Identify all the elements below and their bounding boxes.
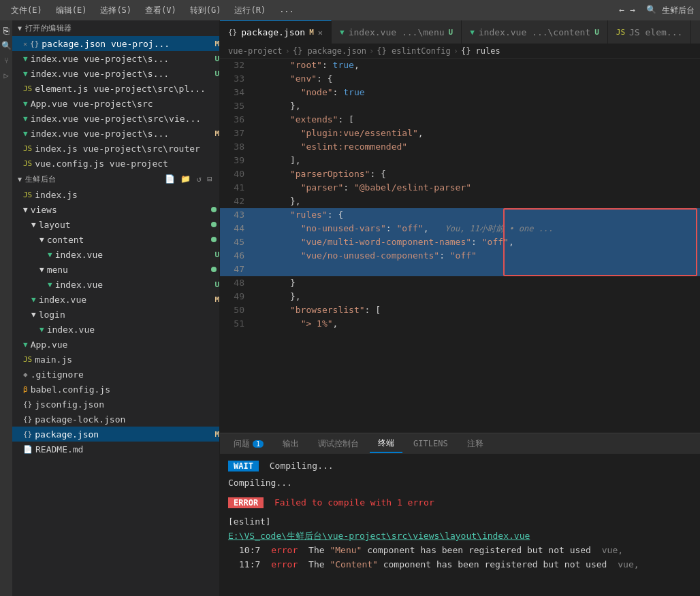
line-content: "root": true, xyxy=(253,59,700,72)
nav-arrows[interactable]: ← → 🔍 生鲜后台 xyxy=(619,5,695,16)
tree-item-menu[interactable]: ▼ menu xyxy=(12,262,219,277)
folder-name: login xyxy=(39,310,219,320)
panel-tab-debug-console[interactable]: 调试控制台 xyxy=(310,435,367,452)
file-name: package-lock.json xyxy=(35,414,219,425)
open-editor-index-vue-m[interactable]: ▼ index.vue vue-project\s... M xyxy=(12,126,219,141)
file-name: README.md xyxy=(35,444,219,454)
code-line-49: 49 }, xyxy=(220,290,700,303)
breadcrumb-current[interactable]: {} rules xyxy=(461,46,500,56)
vue-icon: ▼ xyxy=(39,325,44,334)
activity-explorer-icon[interactable]: ⎘ xyxy=(0,24,12,37)
open-editor-index-vue-2[interactable]: ▼ index.vue vue-project\s... U xyxy=(12,66,219,81)
error-detail-1: 10:7 error The "Menu" component has been… xyxy=(228,544,692,558)
tree-item-main-js[interactable]: JS main.js xyxy=(12,352,219,367)
tree-item-layout[interactable]: ▼ layout xyxy=(12,217,219,232)
open-editor-index-js[interactable]: JS index.js vue-project\src\router xyxy=(12,141,219,156)
open-editor-vue-config[interactable]: JS vue.config.js vue-project xyxy=(12,156,219,171)
error-msg-2: The "Content" component has been registe… xyxy=(308,559,607,569)
tab-index-vue-content[interactable]: ▼ index.vue ...\content U xyxy=(462,20,608,44)
panel-tab-problems[interactable]: 问题 1 xyxy=(225,435,272,452)
menu-goto[interactable]: 转到(G) xyxy=(185,3,227,18)
js-tab-icon: JS xyxy=(616,28,625,37)
tree-item-readme[interactable]: 📄 README.md xyxy=(12,442,219,457)
menu-file[interactable]: 文件(E) xyxy=(5,3,48,18)
file-name: babel.config.js xyxy=(31,384,219,395)
wait-compile-line: WAIT Compiling... xyxy=(228,459,692,474)
problems-count: 1 xyxy=(253,440,264,448)
tree-item-jsconfig[interactable]: {} jsconfig.json xyxy=(12,397,219,412)
code-line-43: 43 "rules": { xyxy=(220,208,700,222)
open-editor-app-vue[interactable]: ▼ App.vue vue-project\src xyxy=(12,96,219,111)
line-number: 47 xyxy=(220,263,253,276)
tree-item-index-js[interactable]: JS index.js xyxy=(12,187,219,202)
menu-bar[interactable]: 文件(E) 编辑(E) 选择(S) 查看(V) 转到(G) 运行(R) ... xyxy=(5,3,300,18)
menu-edit[interactable]: 编辑(E) xyxy=(50,3,93,18)
open-editor-index-vue-1[interactable]: ▼ index.vue vue-project\s... U xyxy=(12,51,219,66)
open-editor-package-json[interactable]: ✕ {} package.json vue-proj... M xyxy=(12,36,219,51)
breadcrumb-item[interactable]: {} package.json xyxy=(293,46,366,56)
error-path[interactable]: E:\VS_code\生鲜后台\vue-project\src\views\la… xyxy=(228,529,692,544)
activity-run-icon[interactable]: ▷ xyxy=(0,69,12,82)
open-editor-element-js[interactable]: JS element.js vue-project\src\pl... xyxy=(12,81,219,96)
tree-item-content-index-vue[interactable]: ▼ index.vue U xyxy=(12,247,219,262)
nav-back-icon[interactable]: ← xyxy=(619,5,624,16)
status-dot xyxy=(211,222,217,227)
file-name: index.vue xyxy=(39,295,212,305)
tree-item-login[interactable]: ▼ login xyxy=(12,307,219,322)
tab-package-json[interactable]: {} package.json M ✕ xyxy=(220,20,332,44)
tree-item-content[interactable]: ▼ content xyxy=(12,232,219,247)
tree-item-views[interactable]: ▼ views xyxy=(12,202,219,217)
debug-console-label: 调试控制台 xyxy=(318,438,359,450)
close-icon[interactable]: ✕ xyxy=(23,40,27,48)
open-editors-header[interactable]: ▼ 打开的编辑器 xyxy=(12,20,219,36)
tree-item-babel[interactable]: β babel.config.js xyxy=(12,382,219,397)
breadcrumb-sep: › xyxy=(454,46,458,56)
tree-item-package-lock[interactable]: {} package-lock.json xyxy=(12,412,219,427)
line-content: "parser": "@babel/eslint-parser" xyxy=(253,181,700,195)
tab-close-icon[interactable]: ✕ xyxy=(318,28,323,37)
compile-line: Compiling... xyxy=(228,476,692,491)
tab-element-js[interactable]: JS JS elem... xyxy=(608,20,692,44)
modified-badge: M xyxy=(214,39,219,48)
panel-tab-terminal[interactable]: 终端 xyxy=(370,435,402,453)
error-line-2: 11:7 xyxy=(239,559,260,569)
json-icon: {} xyxy=(23,400,32,409)
tree-item-login-index-vue[interactable]: ▼ index.vue xyxy=(12,322,219,337)
nav-forward-icon[interactable]: → xyxy=(630,5,635,16)
breadcrumb-item[interactable]: vue-project xyxy=(228,46,282,56)
tree-item-menu-index-vue[interactable]: ▼ index.vue U xyxy=(12,277,219,292)
breadcrumb-item[interactable]: {} eslintConfig xyxy=(377,46,450,56)
line-number: 50 xyxy=(220,303,253,317)
activity-search-icon[interactable]: 🔍 xyxy=(0,39,12,52)
folder-name: menu xyxy=(47,265,211,275)
panel-tab-comments[interactable]: 注释 xyxy=(459,435,492,452)
tree-item-layout-index-vue[interactable]: ▼ index.vue M xyxy=(12,292,219,307)
error-file-path[interactable]: E:\VS_code\生鲜后台\vue-project\src\views\la… xyxy=(228,531,530,541)
tab-label: package.json xyxy=(241,27,305,37)
tab-untracked-indicator: U xyxy=(594,28,599,37)
tree-item-package-json[interactable]: {} package.json M xyxy=(12,427,219,442)
activity-source-control-icon[interactable]: ⑂ xyxy=(0,54,12,67)
menu-view[interactable]: 查看(V) xyxy=(140,3,182,18)
file-name: index.vue xyxy=(55,280,212,290)
panel-tab-gitlens[interactable]: GITLENS xyxy=(405,436,456,451)
collapse-icon[interactable]: ⊟ xyxy=(206,173,214,184)
code-editor[interactable]: 32 "root": true, 33 "env": { 34 "node": … xyxy=(220,59,700,433)
explorer-header[interactable]: ▼ 生鲜后台 📄 📁 ↺ ⊟ xyxy=(12,171,219,187)
panel-tab-output[interactable]: 输出 xyxy=(274,435,307,452)
line-number: 32 xyxy=(220,59,253,72)
menu-more[interactable]: ... xyxy=(274,3,300,18)
menu-select[interactable]: 选择(S) xyxy=(95,3,137,18)
tab-index-vue-menu[interactable]: ▼ index.vue ...\menu U xyxy=(332,20,462,44)
open-editor-index-vue-3[interactable]: ▼ index.vue vue-project\src\vie... xyxy=(12,111,219,126)
terminal-label: 终端 xyxy=(378,437,394,449)
tab-label: index.vue ...\menu xyxy=(349,27,445,37)
new-folder-icon[interactable]: 📁 xyxy=(179,173,193,184)
tree-item-gitignore[interactable]: ◆ .gitignore xyxy=(12,367,219,382)
tree-item-app-vue[interactable]: ▼ App.vue xyxy=(12,337,219,352)
line-number: 34 xyxy=(220,86,253,99)
refresh-icon[interactable]: ↺ xyxy=(195,173,204,184)
new-file-icon[interactable]: 📄 xyxy=(163,173,177,184)
line-number: 48 xyxy=(220,276,253,290)
menu-run[interactable]: 运行(R) xyxy=(229,3,271,18)
